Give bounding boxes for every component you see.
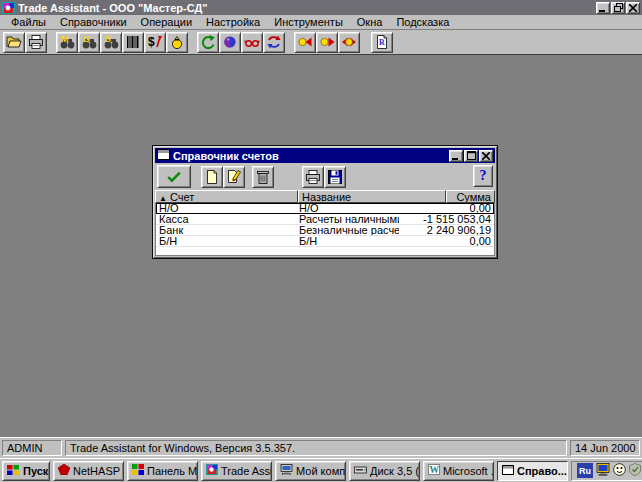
windows-logo-icon [7,464,20,478]
table-header: ▲Счет Название Сумма [155,190,495,203]
screen: Trade Assistant - ООО "Мастер-СД" Файлы … [0,0,642,482]
dialog-minimize-button[interactable] [449,150,463,162]
trade-assistant-app-icon [2,2,15,14]
sum-cell: 2 240 906,19 [399,225,494,235]
restore-icon [614,2,623,14]
main-restore-button[interactable] [611,2,625,14]
refresh-button[interactable] [263,32,285,53]
record-nav-icon [341,34,357,50]
menu-item-tools[interactable]: Инструменты [267,15,350,30]
print-list-button[interactable] [302,166,324,188]
svg-text:S: S [105,34,111,44]
record-next-button[interactable] [316,32,338,53]
printer-icon [305,169,321,185]
help-button[interactable]: ? [473,165,493,187]
menu-item-operations[interactable]: Операции [134,15,199,30]
display-settings-icon[interactable] [596,463,610,478]
minimize-icon [599,2,607,14]
toolbar-group-report: R [371,32,393,53]
delete-record-button[interactable] [252,166,274,188]
record-prev-button[interactable] [294,32,316,53]
taskbar-button-accounts-directory[interactable]: Справо... [497,461,568,481]
globe-button[interactable] [219,32,241,53]
dialog-titlebar[interactable]: Справочник счетов [155,148,495,163]
keyboard-layout-indicator[interactable]: Ru [577,463,593,478]
taskbar-button-microsoft-word[interactable]: W Microsoft ... [423,461,494,481]
main-minimize-button[interactable] [596,2,610,14]
scheduler-clock-icon[interactable] [613,463,626,478]
record-next-icon [319,34,335,50]
name-cell: Н/О [296,203,399,213]
new-record-button[interactable] [201,166,223,188]
barcode-button[interactable] [122,32,144,53]
main-close-button[interactable] [626,2,640,14]
recycle-button[interactable] [197,32,219,53]
record-nav-button[interactable] [338,32,360,53]
agent-icon[interactable] [629,463,641,478]
table-row[interactable]: Б/Н Б/Н 0,00 [156,236,494,247]
taskbar-button-control-panel[interactable]: Панель М... [127,461,198,481]
table-row[interactable]: Касса Расчеты наличными -1 515 053,04 [156,214,494,225]
taskbar-button-nethasp[interactable]: NetHASP ... [53,461,124,481]
dialog-close-button[interactable] [479,150,493,162]
binoculars-s-icon: S [103,34,119,50]
edit-document-icon [226,169,242,185]
taskbar-button-trade-assistant[interactable]: Trade Assi... [201,461,272,481]
recycle-icon [200,34,216,50]
word-icon: W [428,464,440,477]
print-button[interactable] [25,32,47,53]
record-prev-icon [297,34,313,50]
menu-item-settings[interactable]: Настройка [199,15,267,30]
table-row[interactable]: Банк Безналичные расчеты 2 240 906,19 [156,225,494,236]
confirm-button[interactable] [157,165,191,188]
green-check-icon [166,169,182,185]
binoculars-m-icon: М [59,34,75,50]
save-floppy-icon [327,169,343,185]
column-header-name[interactable]: Название [298,190,446,203]
sum-cell: 0,00 [399,203,494,213]
money-bag-icon [169,34,185,50]
report-button[interactable]: R [371,32,393,53]
dialog-window-icon [157,149,170,162]
sum-cell: -1 515 053,04 [399,214,494,224]
glasses-button[interactable] [241,32,263,53]
accounts-directory-window: Справочник счетов ? ▲Счет Название Сумма [152,145,498,259]
column-header-account[interactable]: ▲Счет [155,190,298,203]
taskbar: Пуск NetHASP ... Панель М... Trade Assi.… [0,458,642,482]
taskbar-button-floppy-disk[interactable]: Диск 3,5 (... [349,461,420,481]
start-button[interactable]: Пуск [2,461,50,481]
menu-item-help[interactable]: Подсказка [389,15,456,30]
save-button[interactable] [324,166,346,188]
taskbar-button-my-computer[interactable]: Мой комп... [275,461,346,481]
svg-text:G: G [83,34,90,44]
account-cell: Банк [156,225,296,235]
system-tray: Ru 15:43 [571,461,642,481]
status-message: Trade Assistant for Windows, Версия 3.5.… [65,440,567,456]
menu-item-directories[interactable]: Справочники [53,15,134,30]
globe-icon [222,34,238,50]
table-row[interactable]: Н/О Н/О 0,00 [156,203,494,214]
accounts-list[interactable]: Н/О Н/О 0,00 Касса Расчеты наличными -1 … [155,203,495,256]
main-window-title: Trade Assistant - ООО "Мастер-СД" [18,2,595,14]
main-window-titlebar[interactable]: Trade Assistant - ООО "Мастер-СД" [0,0,642,15]
svg-text:W: W [429,464,439,475]
floppy-drive-icon [354,465,367,477]
control-panel-icon [132,464,144,477]
binoculars-m-button[interactable]: М [56,32,78,53]
column-header-sum[interactable]: Сумма [446,190,495,203]
name-cell: Расчеты наличными [296,214,399,224]
edit-record-button[interactable] [223,166,245,188]
menu-item-windows[interactable]: Окна [350,15,390,30]
dialog-maximize-button[interactable] [464,150,478,162]
binoculars-g-button[interactable]: G [78,32,100,53]
minimize-icon [452,150,460,162]
main-toolbar: М G S $ R [0,30,642,55]
money-bag-button[interactable] [166,32,188,53]
sum-cell: 0,00 [399,236,494,246]
menu-item-files[interactable]: Файлы [4,15,53,30]
open-button[interactable] [3,32,25,53]
account-cell: Н/О [156,203,296,213]
currency-button[interactable]: $ [144,32,166,53]
sort-ascending-icon: ▲ [159,194,167,203]
binoculars-s-button[interactable]: S [100,32,122,53]
